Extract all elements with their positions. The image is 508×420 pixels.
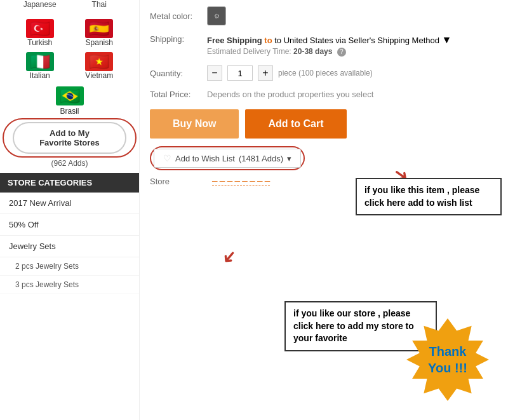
quantity-input[interactable] — [227, 65, 253, 81]
annotation-wish-box: if you like this item , please click her… — [356, 178, 502, 215]
store-label: Store — [150, 177, 207, 186]
cat-jewelry-sets[interactable]: Jewelry Sets — [0, 236, 139, 257]
add-to-cart-button[interactable]: Add to Cart — [245, 109, 346, 139]
shipping-info: Free Shipping to to United States via Se… — [207, 34, 451, 57]
fav-stores-line2: Favorite Stores — [39, 138, 100, 147]
wish-list-label: Add to Wish List — [175, 154, 235, 163]
sidebar: Japanese Thai Turkish Spanish Italian Vi… — [0, 0, 140, 420]
fav-adds-count: (962 Adds) — [0, 159, 139, 168]
delivery-info: Estimated Delivery Time: 20-38 days ? — [207, 47, 451, 57]
favorite-stores-box[interactable]: Add to My Favorite Stores — [6, 122, 133, 154]
lang-japanese-label: Japanese — [13, 0, 67, 9]
total-price-label: Total Price: — [150, 90, 207, 99]
lang-turkish[interactable]: Turkish — [13, 19, 67, 47]
shipping-dropdown-icon[interactable]: ▼ — [442, 34, 452, 45]
thankyou-starburst: Thank You !!! — [406, 318, 489, 401]
store-link[interactable]: ─ ─ ─ ─ ─ ─ ─ ─ — [212, 177, 270, 186]
thankyou-text: Thank You !!! — [416, 343, 479, 376]
wish-adds-count: (1481 Adds) — [239, 154, 283, 163]
fav-stores-line1: Add to My — [50, 128, 90, 138]
flag-turkish-icon — [26, 19, 54, 38]
quantity-decrease-button[interactable]: − — [207, 65, 222, 81]
shipping-destination: to United States via Seller's Shipping M… — [274, 36, 439, 45]
cat-50-off[interactable]: 50% Off — [0, 214, 139, 236]
action-buttons-row: Buy Now Add to Cart — [150, 109, 498, 139]
flag-spanish-icon — [85, 19, 113, 38]
delivery-time: 20-38 days — [293, 47, 332, 56]
quantity-row: Quantity: − + piece (100 pieces availabl… — [150, 65, 498, 81]
metal-color-swatch[interactable]: ⚙ — [207, 6, 226, 25]
lang-vietnam[interactable]: Vietnam — [72, 52, 127, 80]
store-arrow-icon: ➜ — [217, 245, 242, 269]
shipping-label: Shipping: — [150, 34, 207, 44]
shipping-to-text: to — [264, 36, 272, 45]
lang-italian[interactable]: Italian — [13, 52, 67, 80]
buy-now-button[interactable]: Buy Now — [150, 109, 239, 139]
help-icon[interactable]: ? — [337, 48, 346, 57]
lang-spanish-label: Spanish — [86, 38, 113, 47]
total-price-value: Depends on the product properties you se… — [207, 90, 373, 99]
cat-2017-new-arrival[interactable]: 2017 New Arrival — [0, 193, 139, 214]
heart-icon: ♡ — [163, 153, 171, 163]
total-price-row: Total Price: Depends on the product prop… — [150, 90, 498, 99]
quantity-note: piece (100 pieces available) — [278, 69, 373, 78]
metal-color-row: Metal color: ⚙ — [150, 6, 498, 25]
cat-2pcs-jewelry[interactable]: 2 pcs Jewelry Sets — [0, 257, 139, 276]
wish-list-row: ♡ Add to Wish List (1481 Adds) ▾ — [150, 146, 498, 170]
wish-dropdown-icon: ▾ — [287, 154, 291, 163]
wish-list-button[interactable]: ♡ Add to Wish List (1481 Adds) ▾ — [154, 149, 301, 168]
lang-italian-label: Italian — [30, 71, 50, 80]
shipping-free-text: Free Shipping — [207, 36, 262, 45]
quantity-label: Quantity: — [150, 69, 207, 78]
language-grid: Turkish Spanish Italian Vietnam — [0, 13, 139, 86]
lang-brasil-label: Brasil — [60, 107, 79, 116]
lang-thai-label: Thai — [72, 0, 127, 9]
cat-3pcs-jewelry[interactable]: 3 pcs Jewelry Sets — [0, 276, 139, 294]
lang-turkish-label: Turkish — [27, 38, 52, 47]
quantity-control: − + piece (100 pieces available) — [207, 65, 373, 81]
flag-italian-icon — [26, 52, 54, 71]
metal-swatch-icon: ⚙ — [214, 13, 220, 20]
metal-color-label: Metal color: — [150, 11, 207, 21]
lang-vietnam-label: Vietnam — [85, 71, 113, 80]
annotation-store-text: if you like our store , please click her… — [293, 308, 414, 343]
store-categories-header: STORE CATEGORIES — [0, 173, 139, 193]
lang-spanish[interactable]: Spanish — [72, 19, 127, 47]
flag-brasil-icon — [56, 86, 84, 105]
flag-vietnam-icon — [85, 52, 113, 71]
quantity-increase-button[interactable]: + — [258, 65, 273, 81]
annotation-wish-text: if you like this item , please click her… — [364, 185, 479, 208]
wish-list-circle: ♡ Add to Wish List (1481 Adds) ▾ — [150, 146, 305, 170]
shipping-row: Shipping: Free Shipping to to United Sta… — [150, 34, 498, 57]
main-content: Metal color: ⚙ Shipping: Free Shipping t… — [140, 0, 508, 420]
